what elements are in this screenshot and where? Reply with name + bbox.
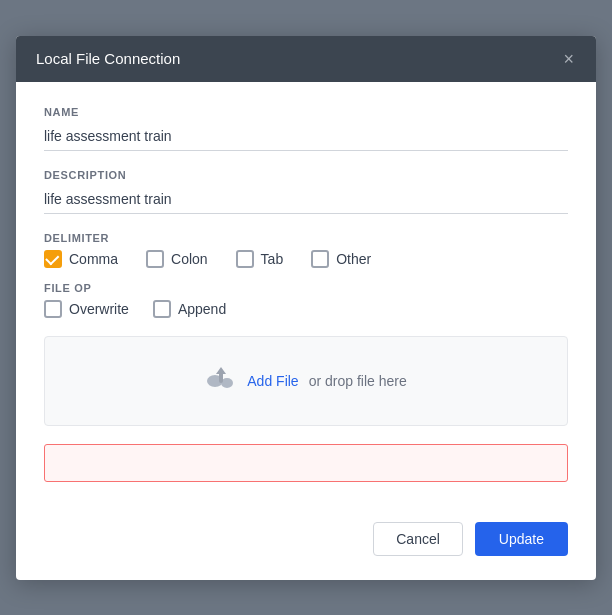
delimiter-label: DELIMITER [44,232,568,244]
modal-body: NAME DESCRIPTION DELIMITER Comma [16,82,596,522]
name-group: NAME [44,106,568,151]
cancel-button[interactable]: Cancel [373,522,463,556]
modal-header: Local File Connection × [16,36,596,82]
modal-title: Local File Connection [36,50,180,67]
add-file-link[interactable]: Add File [247,373,298,389]
close-button[interactable]: × [561,50,576,68]
checkbox-overwrite[interactable]: Overwrite [44,300,129,318]
file-op-group: FILE OP Overwrite Append [44,282,568,318]
colon-checkbox-box [146,250,164,268]
other-checkbox-box [311,250,329,268]
delimiter-group: DELIMITER Comma Colon Tab [44,232,568,268]
description-group: DESCRIPTION [44,169,568,214]
checkbox-colon[interactable]: Colon [146,250,208,268]
description-label: DESCRIPTION [44,169,568,181]
tab-label: Tab [261,251,284,267]
overwrite-checkbox-box [44,300,62,318]
append-label: Append [178,301,226,317]
comma-label: Comma [69,251,118,267]
update-button[interactable]: Update [475,522,568,556]
checkbox-comma[interactable]: Comma [44,250,118,268]
upload-icon [205,363,237,398]
append-checkbox-box [153,300,171,318]
error-input[interactable] [44,444,568,482]
comma-checkbox-box [44,250,62,268]
modal-overlay: Local File Connection × NAME DESCRIPTION… [0,0,612,615]
delimiter-row: Comma Colon Tab Other [44,250,568,268]
drop-text: or drop file here [309,373,407,389]
tab-checkbox-box [236,250,254,268]
modal-footer: Cancel Update [16,522,596,580]
svg-marker-3 [216,367,226,374]
colon-label: Colon [171,251,208,267]
modal-dialog: Local File Connection × NAME DESCRIPTION… [16,36,596,580]
name-input[interactable] [44,124,568,151]
file-op-label: FILE OP [44,282,568,294]
checkbox-tab[interactable]: Tab [236,250,284,268]
file-op-row: Overwrite Append [44,300,568,318]
drop-zone-content: Add File or drop file here [205,363,406,398]
drop-zone[interactable]: Add File or drop file here [44,336,568,426]
overwrite-label: Overwrite [69,301,129,317]
checkbox-append[interactable]: Append [153,300,226,318]
other-label: Other [336,251,371,267]
checkbox-other[interactable]: Other [311,250,371,268]
name-label: NAME [44,106,568,118]
description-input[interactable] [44,187,568,214]
